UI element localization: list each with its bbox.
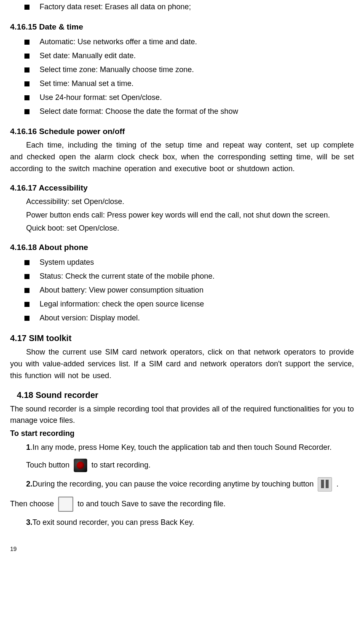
square-bullet-icon [24,54,29,59]
list-item: System updates [24,255,354,269]
bullet-text: Select date format: Choose the date the … [40,107,238,116]
heading-sound-recorder: 4.18 Sound recorder [17,390,354,400]
list-item: Select time zone: Manually choose time z… [24,63,354,77]
accessibility-p1: Accessibility: set Open/close. [10,196,354,208]
step-2-dot: . [336,478,338,490]
bullet-text: Select time zone: Manually choose time z… [40,65,194,74]
about-phone-list: System updates Status: Check the current… [10,255,354,325]
step-1-text: .In any mode, press Home Key, touch the … [30,443,332,451]
accessibility-p3: Quick boot: set Open/close. [10,223,354,234]
bullet-text: Use 24-hour format: set Open/close. [40,93,162,102]
record-icon [74,459,87,472]
square-bullet-icon [24,274,29,279]
square-bullet-icon [24,316,29,321]
list-item: Set time: Manual set a time. [24,77,354,91]
touch-button-post: to start recording. [91,459,150,471]
then-choose-pre: Then choose [10,498,54,510]
list-item: About battery: View power consumption si… [24,283,354,297]
sound-recorder-intro: The sound recorder is a simple recording… [10,403,354,426]
bullet-text: About battery: View power consumption si… [40,286,203,295]
step-1-number: 1 [26,443,30,451]
list-item: Use 24-hour format: set Open/close. [24,91,354,105]
square-bullet-icon [24,81,29,86]
step-1: 1.In any mode, press Home Key, touch the… [26,442,354,454]
schedule-power-paragraph: Each time, including the timing of the s… [10,140,354,175]
to-start-recording-label: To start recording [10,428,354,439]
bullet-text: Automatic: Use networks offer a time and… [40,38,197,46]
bullet-text: System updates [40,258,94,267]
heading-date-time: 4.16.15 Date & time [10,22,354,32]
heading-accessibility: 4.16.17 Accessibility [10,183,354,193]
bullet-text: Set time: Manual set a time. [40,79,134,88]
step-3-number: 3. [26,518,32,527]
bullet-text: About version: Display model. [40,314,140,322]
then-choose-post: to and touch Save to save the recording … [78,498,225,510]
date-time-list: Automatic: Use networks offer a time and… [10,35,354,118]
bullet-text: Legal information: check the open source… [40,300,204,309]
step-2-text: During the recording, you can pause the … [32,480,313,488]
heading-about-phone: 4.16.18 About phone [10,243,354,252]
list-item: Set date: Manually edit date. [24,49,354,63]
list-item: Legal information: check the open source… [24,297,354,311]
accessibility-p2: Power button ends call: Press power key … [10,210,354,221]
list-item: Factory data reset: Erases all data on p… [24,0,354,14]
list-item: Automatic: Use networks offer a time and… [24,35,354,49]
pause-icon [318,477,332,492]
sim-toolkit-paragraph: Show the current use SIM card network op… [10,347,354,382]
step-3-text: To exit sound recorder, you can press Ba… [32,518,194,527]
list-item: Select date format: Choose the date the … [24,105,354,118]
then-choose-line: Then choose to and touch Save to save th… [10,497,354,512]
list-item: Status: Check the current state of the m… [24,269,354,283]
touch-button-pre: Touch button [26,459,70,471]
square-bullet-icon [24,95,29,100]
square-bullet-icon [24,40,29,45]
square-bullet-icon [24,67,29,73]
heading-schedule-power: 4.16.16 Schedule power on/off [10,127,354,136]
square-bullet-icon [24,109,29,114]
square-bullet-icon [24,288,29,293]
top-bullet-list: Factory data reset: Erases all data on p… [10,0,354,14]
bullet-text: Status: Check the current state of the m… [40,272,214,281]
page-number: 19 [10,545,354,552]
bullet-text: Set date: Manually edit date. [40,51,136,60]
stop-icon [58,497,73,512]
square-bullet-icon [24,5,29,10]
step-3: 3.To exit sound recorder, you can press … [26,517,354,529]
touch-record-line: Touch button to start recording. [26,459,354,472]
square-bullet-icon [24,302,29,307]
step-2-number: 2. [26,480,32,488]
square-bullet-icon [24,260,29,265]
heading-sim-toolkit: 4.17 SIM toolkit [10,333,354,343]
list-item: About version: Display model. [24,311,354,325]
step-2: 2.During the recording, you can pause th… [26,477,354,492]
bullet-text: Factory data reset: Erases all data on p… [40,3,191,11]
